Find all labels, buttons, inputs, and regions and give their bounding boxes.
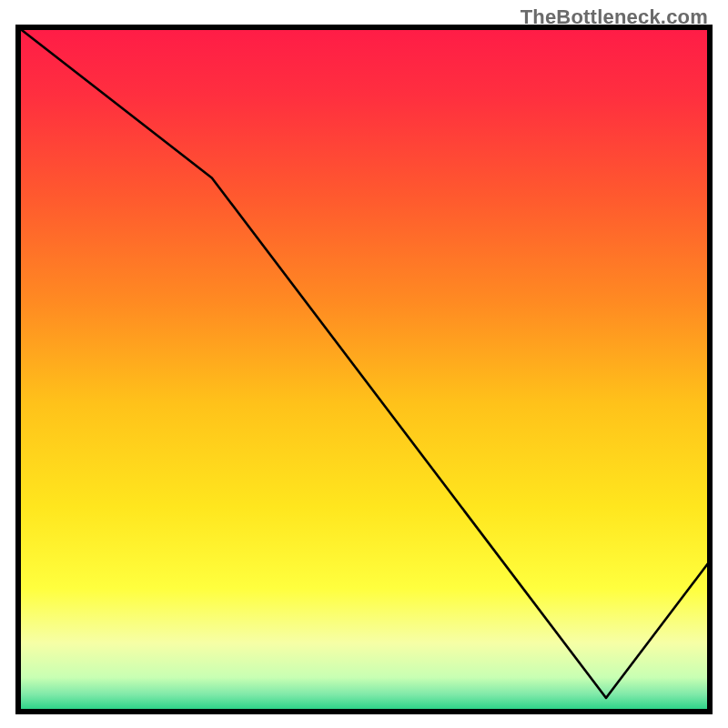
plot-background [18, 27, 710, 712]
bottleneck-chart [0, 0, 728, 728]
attribution-text: TheBottleneck.com [521, 5, 708, 29]
